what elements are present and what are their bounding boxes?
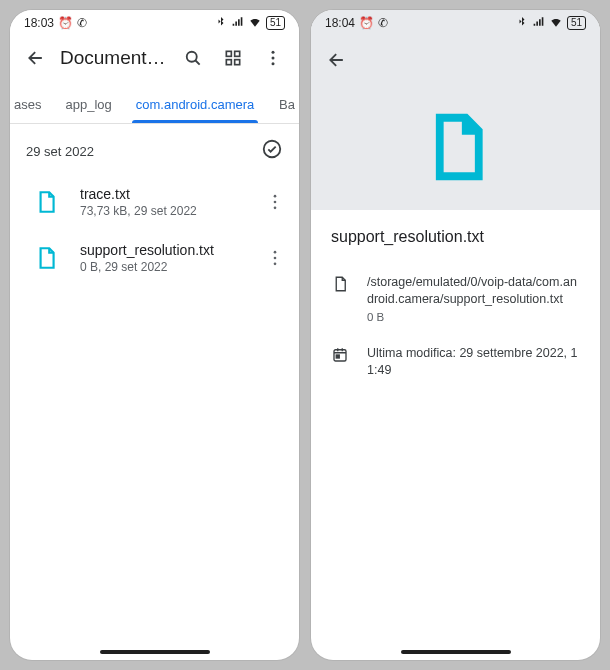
battery-indicator: 51 — [266, 16, 285, 30]
file-row[interactable]: support_resolution.txt 0 B, 29 set 2022 — [10, 230, 299, 286]
bluetooth-icon — [215, 16, 227, 31]
battery-indicator: 51 — [567, 16, 586, 30]
home-indicator[interactable] — [401, 650, 511, 654]
tab-partial-left[interactable]: ases — [10, 86, 53, 123]
svg-point-6 — [272, 57, 275, 60]
detail-hero: 18:04 ⏰ ✆ 51 — [311, 10, 600, 210]
svg-rect-3 — [226, 60, 231, 65]
screen-file-list: 18:03 ⏰ ✆ 51 Documenti e altr… — [10, 10, 299, 660]
wifi-icon — [248, 15, 262, 32]
calendar-icon — [331, 345, 351, 379]
detail-file-name: support_resolution.txt — [311, 210, 600, 268]
detail-modified-row: Ultima modifica: 29 settembre 2022, 11:4… — [311, 339, 600, 393]
whatsapp-icon: ✆ — [378, 16, 388, 30]
tab-com-android-camera[interactable]: com.android.camera — [124, 86, 267, 123]
detail-app-bar — [311, 36, 600, 84]
back-button[interactable] — [20, 42, 52, 74]
status-bar: 18:04 ⏰ ✆ 51 — [311, 10, 600, 36]
bluetooth-icon — [516, 16, 528, 31]
file-more-button[interactable] — [261, 186, 289, 218]
svg-point-5 — [272, 51, 275, 54]
file-info: trace.txt 73,73 kB, 29 set 2022 — [80, 186, 247, 218]
tab-partial-right[interactable]: Ba — [267, 86, 299, 123]
folder-tabs[interactable]: ases app_log com.android.camera Ba — [10, 86, 299, 124]
svg-point-9 — [274, 195, 277, 198]
tab-app-log[interactable]: app_log — [53, 86, 123, 123]
svg-rect-16 — [336, 355, 339, 358]
detail-path-row: /storage/emulated/0/voip-data/com.androi… — [311, 268, 600, 339]
app-bar: Documenti e altr… — [10, 36, 299, 80]
file-name: support_resolution.txt — [80, 242, 247, 258]
status-right-cluster: 51 — [516, 15, 586, 32]
svg-point-13 — [274, 257, 277, 260]
file-info: support_resolution.txt 0 B, 29 set 2022 — [80, 242, 247, 274]
date-section-header: 29 set 2022 — [10, 124, 299, 174]
section-date: 29 set 2022 — [26, 144, 94, 159]
file-meta: 73,73 kB, 29 set 2022 — [80, 204, 247, 218]
file-list: trace.txt 73,73 kB, 29 set 2022 support_… — [10, 174, 299, 286]
file-row[interactable]: trace.txt 73,73 kB, 29 set 2022 — [10, 174, 299, 230]
svg-point-14 — [274, 263, 277, 266]
file-type-big-icon — [311, 84, 600, 210]
file-name: trace.txt — [80, 186, 247, 202]
signal-icon — [231, 15, 244, 31]
home-indicator[interactable] — [100, 650, 210, 654]
battery-percent: 51 — [270, 17, 281, 29]
file-meta: 0 B, 29 set 2022 — [80, 260, 247, 274]
search-button[interactable] — [177, 42, 209, 74]
detail-path-text: /storage/emulated/0/voip-data/com.androi… — [367, 274, 580, 325]
status-time-area: 18:04 ⏰ ✆ — [325, 16, 388, 30]
svg-point-10 — [274, 201, 277, 204]
file-more-button[interactable] — [261, 242, 289, 274]
overflow-menu-button[interactable] — [257, 42, 289, 74]
file-path: /storage/emulated/0/voip-data/com.androi… — [367, 274, 580, 308]
file-size: 0 B — [367, 310, 580, 326]
svg-rect-1 — [226, 51, 231, 56]
wifi-icon — [549, 15, 563, 32]
battery-percent: 51 — [571, 17, 582, 29]
select-all-toggle[interactable] — [261, 138, 283, 164]
svg-rect-4 — [235, 60, 240, 65]
file-icon — [26, 238, 66, 278]
signal-icon — [532, 15, 545, 31]
screen-file-details: 18:04 ⏰ ✆ 51 — [311, 10, 600, 660]
status-right-cluster: 51 — [215, 15, 285, 32]
status-bar: 18:03 ⏰ ✆ 51 — [10, 10, 299, 36]
svg-point-8 — [264, 141, 281, 158]
file-icon — [26, 182, 66, 222]
view-grid-button[interactable] — [217, 42, 249, 74]
svg-point-12 — [274, 251, 277, 254]
file-icon — [331, 274, 351, 325]
detail-modified-text: Ultima modifica: 29 settembre 2022, 11:4… — [367, 345, 580, 379]
back-button[interactable] — [321, 44, 353, 76]
svg-point-7 — [272, 62, 275, 65]
status-time-area: 18:03 ⏰ ✆ — [24, 16, 87, 30]
alarm-icon: ⏰ — [58, 16, 73, 30]
whatsapp-icon: ✆ — [77, 16, 87, 30]
status-time: 18:04 — [325, 16, 355, 30]
alarm-icon: ⏰ — [359, 16, 374, 30]
svg-rect-2 — [235, 51, 240, 56]
svg-point-11 — [274, 207, 277, 210]
svg-point-0 — [187, 52, 197, 62]
page-title: Documenti e altr… — [60, 47, 169, 69]
status-time: 18:03 — [24, 16, 54, 30]
